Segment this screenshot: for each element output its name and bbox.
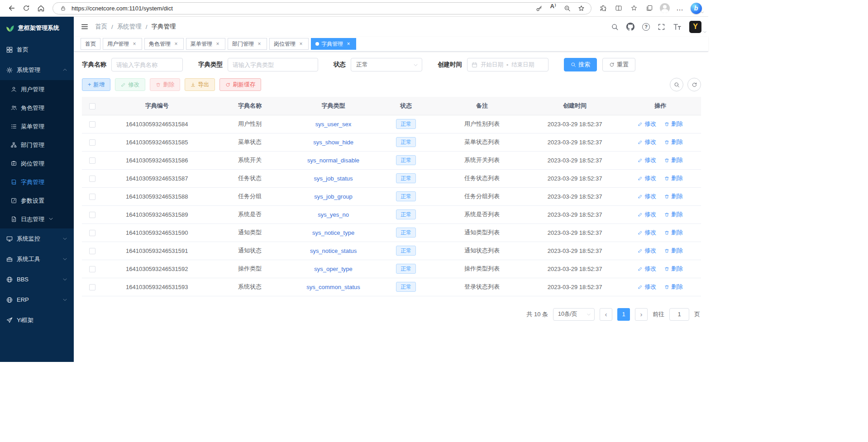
dict-type-link[interactable]: sys_normal_disable bbox=[307, 157, 359, 164]
row-delete-button[interactable]: 删除 bbox=[664, 138, 683, 146]
close-icon[interactable]: × bbox=[131, 41, 138, 47]
dict-type-link[interactable]: sys_notice_status bbox=[310, 247, 357, 254]
row-edit-button[interactable]: 修改 bbox=[638, 120, 656, 128]
row-edit-button[interactable]: 修改 bbox=[638, 156, 656, 164]
select-all-checkbox[interactable] bbox=[89, 103, 95, 109]
dict-type-link[interactable]: sys_job_group bbox=[314, 193, 353, 200]
row-edit-button[interactable]: 修改 bbox=[638, 283, 656, 291]
row-delete-button[interactable]: 删除 bbox=[664, 210, 683, 219]
status-select[interactable]: 正常 bbox=[351, 58, 422, 71]
reset-button[interactable]: 重置 bbox=[602, 58, 635, 71]
row-checkbox[interactable] bbox=[89, 157, 95, 164]
sidebar-item-menu-mgmt[interactable]: 菜单管理 bbox=[0, 117, 74, 136]
row-checkbox[interactable] bbox=[89, 121, 95, 128]
dict-type-link[interactable]: sys_notice_type bbox=[312, 229, 354, 236]
row-edit-button[interactable]: 修改 bbox=[638, 228, 656, 237]
current-page-button[interactable]: 1 bbox=[617, 308, 630, 321]
tab-dict-mgmt[interactable]: 字典管理 × bbox=[311, 38, 356, 50]
bing-copilot-icon[interactable]: b bbox=[688, 1, 704, 15]
tab-user-mgmt[interactable]: 用户管理 × bbox=[103, 38, 142, 50]
search-icon[interactable] bbox=[611, 23, 619, 31]
edit-button[interactable]: 修改 bbox=[115, 78, 145, 91]
row-checkbox[interactable] bbox=[89, 266, 95, 272]
font-size-icon[interactable] bbox=[673, 23, 682, 31]
breadcrumb-home[interactable]: 首页 bbox=[95, 23, 107, 31]
row-delete-button[interactable]: 删除 bbox=[664, 265, 683, 273]
dict-type-link[interactable]: sys_yes_no bbox=[318, 211, 349, 218]
read-aloud-icon[interactable]: A) bbox=[548, 3, 558, 14]
row-checkbox[interactable] bbox=[89, 230, 95, 236]
split-screen-icon[interactable] bbox=[611, 2, 625, 15]
row-edit-button[interactable]: 修改 bbox=[638, 247, 656, 255]
url-bar[interactable]: https://ccnetcore.com:1101/system/dict A… bbox=[52, 2, 591, 14]
row-edit-button[interactable]: 修改 bbox=[638, 192, 656, 200]
sidebar-item-erp[interactable]: ERP bbox=[0, 290, 74, 310]
row-delete-button[interactable]: 删除 bbox=[664, 192, 683, 200]
refresh-button[interactable] bbox=[19, 1, 33, 15]
dict-type-link[interactable]: sys_oper_type bbox=[314, 266, 353, 272]
row-checkbox[interactable] bbox=[89, 284, 95, 290]
settings-menu-icon[interactable]: … bbox=[673, 2, 687, 15]
add-button[interactable]: + 新增 bbox=[82, 78, 110, 91]
dict-type-link[interactable]: sys_show_hide bbox=[313, 139, 353, 146]
row-checkbox[interactable] bbox=[89, 176, 95, 182]
show-search-toggle-button[interactable] bbox=[670, 78, 683, 91]
dict-type-link[interactable]: sys_user_sex bbox=[315, 121, 351, 128]
sidebar-item-dict-mgmt[interactable]: 字典管理 bbox=[0, 173, 74, 191]
help-icon[interactable]: ? bbox=[642, 23, 650, 31]
close-icon[interactable]: × bbox=[215, 41, 221, 47]
close-icon[interactable]: × bbox=[345, 41, 352, 47]
home-button[interactable] bbox=[33, 1, 48, 15]
close-icon[interactable]: × bbox=[298, 41, 304, 47]
sidebar-item-role-mgmt[interactable]: 角色管理 bbox=[0, 99, 74, 117]
refresh-cache-button[interactable]: 刷新缓存 bbox=[219, 78, 261, 91]
tab-home[interactable]: 首页 bbox=[81, 38, 100, 50]
back-button[interactable] bbox=[5, 1, 19, 15]
sidebar-item-yi-framework[interactable]: Yi框架 bbox=[0, 310, 74, 330]
page-size-select[interactable]: 10条/页 bbox=[553, 308, 595, 321]
delete-button[interactable]: 删除 bbox=[150, 78, 180, 91]
breadcrumb-system-mgmt[interactable]: 系统管理 bbox=[117, 23, 142, 31]
sidebar-item-dept-mgmt[interactable]: 部门管理 bbox=[0, 136, 74, 154]
row-delete-button[interactable]: 删除 bbox=[664, 174, 683, 182]
sidebar-item-param-settings[interactable]: 参数设置 bbox=[0, 191, 74, 210]
app-logo[interactable]: 意框架管理系统 bbox=[0, 17, 74, 39]
dict-type-input[interactable] bbox=[228, 58, 318, 71]
row-checkbox[interactable] bbox=[89, 139, 95, 146]
sidebar-item-user-mgmt[interactable]: 用户管理 bbox=[0, 80, 74, 99]
row-checkbox[interactable] bbox=[89, 248, 95, 254]
row-edit-button[interactable]: 修改 bbox=[638, 138, 656, 146]
tab-post-mgmt[interactable]: 岗位管理 × bbox=[269, 38, 309, 50]
dict-name-input[interactable] bbox=[111, 58, 183, 71]
row-edit-button[interactable]: 修改 bbox=[638, 210, 656, 219]
row-delete-button[interactable]: 删除 bbox=[664, 283, 683, 291]
row-edit-button[interactable]: 修改 bbox=[638, 265, 656, 273]
fullscreen-icon[interactable] bbox=[658, 23, 665, 31]
sidebar-item-log-mgmt[interactable]: 日志管理 bbox=[0, 210, 74, 228]
goto-page-input[interactable] bbox=[669, 308, 689, 321]
sidebar-item-system-tools[interactable]: 系统工具 bbox=[0, 249, 74, 269]
sidebar-item-home[interactable]: 首页 bbox=[0, 39, 74, 60]
dict-type-link[interactable]: sys_job_status bbox=[314, 175, 353, 182]
tab-dept-mgmt[interactable]: 部门管理 × bbox=[228, 38, 267, 50]
profile-avatar[interactable] bbox=[658, 2, 672, 15]
github-icon[interactable] bbox=[626, 23, 634, 31]
refresh-table-button[interactable] bbox=[687, 78, 701, 91]
search-button[interactable]: 搜索 bbox=[564, 58, 597, 71]
favorites-bar-icon[interactable] bbox=[627, 2, 641, 15]
extensions-icon[interactable] bbox=[596, 2, 610, 15]
row-edit-button[interactable]: 修改 bbox=[638, 174, 656, 182]
sidebar-item-system-monitor[interactable]: 系统监控 bbox=[0, 228, 74, 249]
tab-menu-mgmt[interactable]: 菜单管理 × bbox=[186, 38, 225, 50]
row-checkbox[interactable] bbox=[89, 212, 95, 218]
sidebar-item-system-mgmt[interactable]: 系统管理 bbox=[0, 60, 74, 80]
favorite-add-icon[interactable] bbox=[576, 3, 587, 14]
sidebar-toggle-icon[interactable] bbox=[81, 23, 89, 31]
row-checkbox[interactable] bbox=[89, 194, 95, 200]
row-delete-button[interactable]: 删除 bbox=[664, 228, 683, 237]
tab-role-mgmt[interactable]: 角色管理 × bbox=[144, 38, 184, 50]
next-page-button[interactable]: › bbox=[635, 308, 648, 321]
collections-icon[interactable] bbox=[642, 2, 656, 15]
close-icon[interactable]: × bbox=[173, 41, 179, 47]
prev-page-button[interactable]: ‹ bbox=[600, 308, 612, 321]
